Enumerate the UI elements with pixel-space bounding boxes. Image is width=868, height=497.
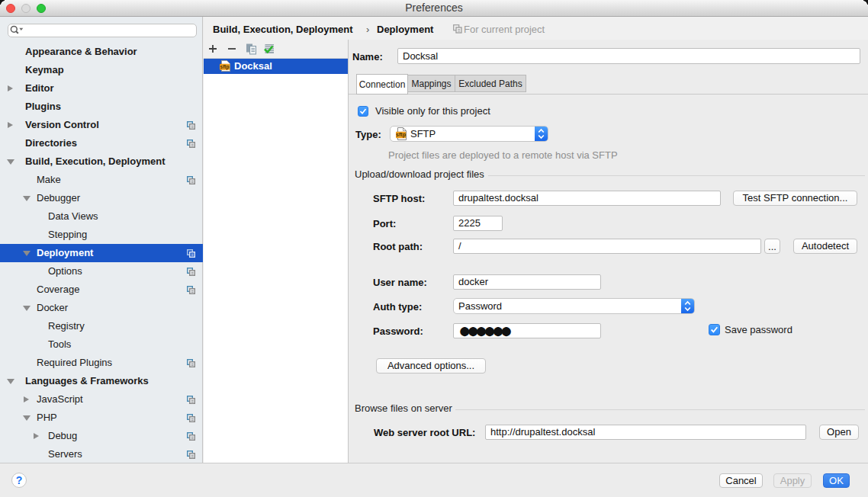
svg-text:sftp: sftp: [396, 132, 406, 138]
svg-text:sftp: sftp: [220, 64, 230, 70]
